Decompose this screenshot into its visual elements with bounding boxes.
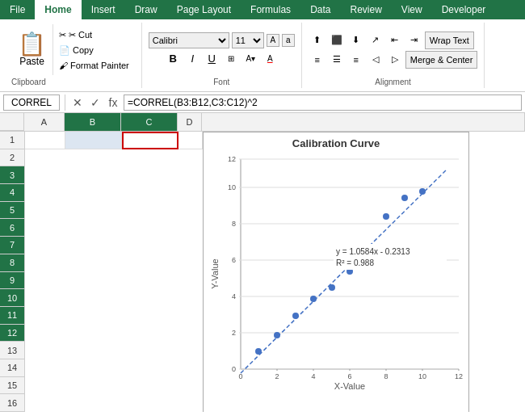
col-header-rest [202, 113, 525, 131]
wrap-text-button[interactable]: Wrap Text [425, 32, 474, 49]
tab-page-layout[interactable]: Page Layout [167, 0, 241, 19]
row-num-6[interactable]: 6 [0, 219, 24, 237]
cut-icon: ✂ [59, 30, 66, 40]
svg-text:2: 2 [275, 372, 279, 380]
align-middle-button[interactable]: ⬛ [328, 32, 346, 49]
underline-button[interactable]: U [203, 50, 220, 68]
data-point-2 [274, 332, 280, 338]
cell-a1[interactable] [25, 132, 65, 149]
cancel-formula-button[interactable]: ✕ [70, 95, 85, 110]
formula-divider [65, 94, 65, 111]
italic-button[interactable]: I [183, 50, 201, 68]
row-num-13[interactable]: 13 [0, 342, 24, 359]
border-button[interactable]: ⊞ [222, 50, 240, 68]
data-point-4 [310, 296, 317, 302]
svg-text:10: 10 [228, 183, 236, 191]
decrease-indent-button[interactable]: ◁ [367, 51, 384, 69]
ribbon: File Home Insert Draw Page Layout Formul… [0, 0, 525, 92]
cell-d1[interactable] [178, 132, 203, 149]
chart-svg: Y-Value X-Value 0 2 4 6 [208, 151, 467, 397]
alignment-group: ⬆ ⬛ ⬇ ↗ ⇤ ⇥ Wrap Text ≡ ☰ ≡ ◁ ▷ [302, 23, 485, 88]
font-face-select[interactable]: Calibri [149, 32, 229, 48]
align-left-button[interactable]: ≡ [309, 51, 326, 69]
formula-input[interactable] [124, 94, 522, 111]
paste-button[interactable]: 📋 Paste [11, 24, 53, 75]
format-painter-button[interactable]: 🖌 Format Painter [57, 59, 132, 72]
corner-cell [0, 113, 24, 131]
paste-icon: 📋 [18, 33, 46, 56]
svg-text:12: 12 [228, 155, 236, 163]
chart-title: Calibration Curve [208, 137, 464, 149]
svg-text:R² = 0.988: R² = 0.988 [336, 258, 374, 267]
row-num-5[interactable]: 5 [0, 202, 24, 220]
row-num-10[interactable]: 10 [0, 289, 24, 307]
font-format-row: B I U ⊞ A▾ A [164, 50, 279, 68]
align-top-row: ⬆ ⬛ ⬇ ↗ ⇤ ⇥ Wrap Text [309, 32, 478, 49]
row-num-8[interactable]: 8 [0, 254, 24, 272]
cell-b1[interactable] [65, 132, 122, 149]
col-header-a[interactable]: A [24, 113, 65, 131]
confirm-formula-button[interactable]: ✓ [88, 95, 103, 110]
tab-view[interactable]: View [392, 0, 432, 19]
copy-icon: 📄 [59, 45, 70, 56]
col-header-c[interactable]: C [121, 113, 178, 131]
cut-button[interactable]: ✂ ✂ Cut [57, 28, 132, 42]
tab-home[interactable]: Home [35, 0, 81, 19]
row-num-9[interactable]: 9 [0, 272, 24, 290]
indent-increase-button[interactable]: ⇥ [405, 32, 423, 49]
insert-function-button[interactable]: fx [106, 95, 120, 110]
copy-button[interactable]: 📄 Copy [57, 44, 132, 57]
svg-text:8: 8 [232, 220, 236, 228]
increase-font-button[interactable]: A [267, 34, 279, 47]
tab-insert[interactable]: Insert [82, 0, 125, 19]
indent-decrease-button[interactable]: ⇤ [386, 32, 404, 49]
align-bottom-button[interactable]: ⬇ [347, 32, 365, 49]
name-box[interactable] [3, 94, 60, 111]
tab-draw[interactable]: Draw [125, 0, 167, 19]
merge-center-button[interactable]: Merge & Center [405, 51, 478, 69]
data-point-5 [329, 284, 335, 291]
col-header-d[interactable]: D [178, 113, 202, 131]
format-painter-icon: 🖌 [59, 61, 68, 70]
fill-color-button[interactable]: A▾ [242, 50, 259, 68]
cell-c1[interactable] [122, 132, 178, 149]
row-content: 1 2 3 4 5 6 7 8 9 10 11 12 13 14 15 16 [0, 132, 525, 412]
svg-text:6: 6 [232, 256, 236, 264]
increase-indent-button[interactable]: ▷ [386, 51, 404, 69]
format-painter-label: Format Painter [70, 61, 129, 70]
tab-developer[interactable]: Developer [432, 0, 496, 19]
row-num-11[interactable]: 11 [0, 307, 24, 325]
orientation-button[interactable]: ↗ [367, 32, 384, 49]
grid: Calibration Curve Y-Value X-Value 0 [25, 132, 469, 412]
align-rows: ⬆ ⬛ ⬇ ↗ ⇤ ⇥ Wrap Text ≡ ☰ ≡ ◁ ▷ [309, 32, 478, 69]
tab-formulas[interactable]: Formulas [241, 0, 300, 19]
tab-data[interactable]: Data [300, 0, 340, 19]
row-num-4[interactable]: 4 [0, 184, 24, 202]
svg-line-31 [241, 169, 447, 373]
svg-text:2: 2 [232, 329, 236, 337]
tab-review[interactable]: Review [340, 0, 391, 19]
col-header-b[interactable]: B [65, 113, 121, 131]
row-num-16[interactable]: 16 [0, 394, 24, 412]
bold-button[interactable]: B [164, 50, 182, 68]
row-num-1[interactable]: 1 [0, 132, 24, 149]
row-num-2[interactable]: 2 [0, 149, 24, 167]
row-num-7[interactable]: 7 [0, 237, 24, 254]
font-size-select[interactable]: 11 [232, 32, 264, 48]
decrease-font-button[interactable]: a [282, 34, 295, 47]
row-num-3[interactable]: 3 [0, 166, 24, 184]
svg-text:0: 0 [238, 372, 242, 380]
font-face-row: Calibri 11 A a [149, 32, 295, 48]
align-right-button[interactable]: ≡ [347, 51, 365, 69]
row-num-12[interactable]: 12 [0, 325, 24, 342]
data-point-3 [292, 313, 299, 319]
row-num-14[interactable]: 14 [0, 359, 24, 377]
row-num-15[interactable]: 15 [0, 377, 24, 395]
font-color-button[interactable]: A [261, 50, 279, 68]
align-top-button[interactable]: ⬆ [309, 32, 326, 49]
cut-label: ✂ Cut [69, 30, 92, 40]
tab-file[interactable]: File [0, 0, 35, 19]
align-center-button[interactable]: ☰ [328, 51, 346, 69]
svg-text:12: 12 [455, 372, 463, 380]
svg-text:X-Value: X-Value [334, 381, 365, 391]
